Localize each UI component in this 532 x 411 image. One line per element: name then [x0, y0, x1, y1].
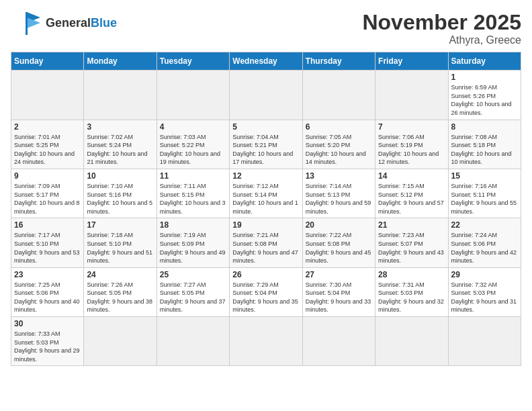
- logo-icon: [11, 11, 43, 36]
- col-sunday: Sunday: [11, 52, 84, 71]
- day-cell-12: 12Sunrise: 7:12 AMSunset: 5:14 PMDayligh…: [230, 169, 302, 218]
- day-cell-24: 24Sunrise: 7:26 AMSunset: 5:05 PMDayligh…: [84, 267, 157, 316]
- day-cell-5: 5Sunrise: 7:04 AMSunset: 5:21 PMDaylight…: [230, 120, 302, 169]
- calendar-title: November 2025: [362, 11, 521, 34]
- day-number: 11: [160, 171, 226, 181]
- col-friday: Friday: [375, 52, 448, 71]
- calendar-table: Sunday Monday Tuesday Wednesday Thursday…: [11, 52, 521, 366]
- day-cell-empty: [375, 71, 448, 120]
- day-number: 30: [14, 319, 81, 328]
- title-block: November 2025 Athyra, Greece: [362, 11, 521, 46]
- day-number: 28: [378, 270, 445, 279]
- day-number: 23: [14, 270, 81, 279]
- svg-rect-2: [26, 12, 28, 35]
- day-cell-13: 13Sunrise: 7:14 AMSunset: 5:13 PMDayligh…: [302, 169, 375, 218]
- day-cell-empty: [302, 317, 375, 366]
- col-monday: Monday: [84, 52, 157, 71]
- day-info: Sunrise: 7:19 AMSunset: 5:09 PMDaylight:…: [160, 231, 226, 265]
- day-number: 21: [378, 220, 445, 230]
- day-number: 24: [87, 270, 153, 279]
- calendar-header-row: Sunday Monday Tuesday Wednesday Thursday…: [11, 52, 521, 71]
- day-info: Sunrise: 7:25 AMSunset: 5:06 PMDaylight:…: [14, 281, 81, 314]
- week-row-6: 30Sunrise: 7:33 AMSunset: 5:03 PMDayligh…: [11, 317, 521, 366]
- page-header: GeneralBlue November 2025 Athyra, Greece: [11, 11, 521, 46]
- day-cell-29: 29Sunrise: 7:32 AMSunset: 5:03 PMDayligh…: [448, 267, 521, 316]
- day-number: 29: [451, 270, 518, 279]
- day-cell-9: 9Sunrise: 7:09 AMSunset: 5:17 PMDaylight…: [11, 169, 84, 218]
- day-info: Sunrise: 7:09 AMSunset: 5:17 PMDaylight:…: [14, 182, 81, 216]
- day-info: Sunrise: 7:29 AMSunset: 5:04 PMDaylight:…: [232, 281, 299, 314]
- day-cell-22: 22Sunrise: 7:24 AMSunset: 5:06 PMDayligh…: [448, 218, 521, 267]
- day-number: 13: [306, 171, 372, 181]
- day-cell-19: 19Sunrise: 7:21 AMSunset: 5:08 PMDayligh…: [230, 218, 302, 267]
- col-tuesday: Tuesday: [157, 52, 229, 71]
- day-cell-21: 21Sunrise: 7:23 AMSunset: 5:07 PMDayligh…: [375, 218, 448, 267]
- day-number: 8: [451, 122, 518, 132]
- day-number: 10: [87, 171, 153, 181]
- col-saturday: Saturday: [448, 52, 521, 71]
- day-cell-16: 16Sunrise: 7:17 AMSunset: 5:10 PMDayligh…: [11, 218, 84, 267]
- day-number: 4: [160, 122, 226, 132]
- day-cell-1: 1Sunrise: 6:59 AMSunset: 5:26 PMDaylight…: [448, 71, 521, 120]
- day-cell-27: 27Sunrise: 7:30 AMSunset: 5:04 PMDayligh…: [302, 267, 375, 316]
- week-row-4: 16Sunrise: 7:17 AMSunset: 5:10 PMDayligh…: [11, 218, 521, 267]
- day-cell-8: 8Sunrise: 7:08 AMSunset: 5:18 PMDaylight…: [448, 120, 521, 169]
- day-info: Sunrise: 7:11 AMSunset: 5:15 PMDaylight:…: [160, 182, 226, 216]
- day-info: Sunrise: 7:23 AMSunset: 5:07 PMDaylight:…: [378, 231, 445, 265]
- day-cell-empty: [375, 317, 448, 366]
- day-number: 25: [160, 270, 226, 279]
- day-info: Sunrise: 7:08 AMSunset: 5:18 PMDaylight:…: [451, 133, 518, 167]
- day-info: Sunrise: 7:27 AMSunset: 5:05 PMDaylight:…: [160, 281, 226, 314]
- day-info: Sunrise: 7:03 AMSunset: 5:22 PMDaylight:…: [160, 133, 226, 167]
- day-info: Sunrise: 7:32 AMSunset: 5:03 PMDaylight:…: [451, 281, 518, 314]
- day-info: Sunrise: 7:04 AMSunset: 5:21 PMDaylight:…: [232, 133, 299, 167]
- day-cell-26: 26Sunrise: 7:29 AMSunset: 5:04 PMDayligh…: [230, 267, 302, 316]
- day-info: Sunrise: 7:24 AMSunset: 5:06 PMDaylight:…: [451, 231, 518, 265]
- day-info: Sunrise: 7:17 AMSunset: 5:10 PMDaylight:…: [14, 231, 81, 265]
- day-number: 2: [14, 122, 81, 132]
- week-row-2: 2Sunrise: 7:01 AMSunset: 5:25 PMDaylight…: [11, 120, 521, 169]
- day-info: Sunrise: 7:14 AMSunset: 5:13 PMDaylight:…: [306, 182, 372, 216]
- day-info: Sunrise: 7:31 AMSunset: 5:03 PMDaylight:…: [378, 281, 445, 314]
- day-number: 27: [306, 270, 372, 279]
- day-cell-empty: [157, 71, 229, 120]
- day-cell-7: 7Sunrise: 7:06 AMSunset: 5:19 PMDaylight…: [375, 120, 448, 169]
- day-info: Sunrise: 7:30 AMSunset: 5:04 PMDaylight:…: [306, 281, 372, 314]
- day-cell-14: 14Sunrise: 7:15 AMSunset: 5:12 PMDayligh…: [375, 169, 448, 218]
- day-number: 18: [160, 220, 226, 230]
- day-cell-10: 10Sunrise: 7:10 AMSunset: 5:16 PMDayligh…: [84, 169, 157, 218]
- day-cell-empty: [302, 71, 375, 120]
- day-number: 26: [232, 270, 299, 279]
- calendar-subtitle: Athyra, Greece: [362, 34, 521, 46]
- day-cell-25: 25Sunrise: 7:27 AMSunset: 5:05 PMDayligh…: [157, 267, 229, 316]
- day-number: 12: [232, 171, 299, 181]
- day-cell-empty: [11, 71, 84, 120]
- day-info: Sunrise: 7:21 AMSunset: 5:08 PMDaylight:…: [232, 231, 299, 265]
- day-cell-28: 28Sunrise: 7:31 AMSunset: 5:03 PMDayligh…: [375, 267, 448, 316]
- day-number: 9: [14, 171, 81, 181]
- day-number: 14: [378, 171, 445, 181]
- day-info: Sunrise: 7:18 AMSunset: 5:10 PMDaylight:…: [87, 231, 153, 265]
- logo-text: GeneralBlue: [46, 17, 117, 30]
- day-number: 6: [306, 122, 372, 132]
- day-number: 1: [451, 73, 518, 82]
- day-number: 20: [306, 220, 372, 230]
- day-cell-11: 11Sunrise: 7:11 AMSunset: 5:15 PMDayligh…: [157, 169, 229, 218]
- day-number: 15: [451, 171, 518, 181]
- day-info: Sunrise: 7:26 AMSunset: 5:05 PMDaylight:…: [87, 281, 153, 314]
- day-cell-empty: [448, 317, 521, 366]
- day-info: Sunrise: 7:15 AMSunset: 5:12 PMDaylight:…: [378, 182, 445, 216]
- logo: GeneralBlue: [11, 11, 117, 36]
- day-info: Sunrise: 7:05 AMSunset: 5:20 PMDaylight:…: [306, 133, 372, 167]
- day-info: Sunrise: 7:16 AMSunset: 5:11 PMDaylight:…: [451, 182, 518, 216]
- day-number: 3: [87, 122, 153, 132]
- day-cell-6: 6Sunrise: 7:05 AMSunset: 5:20 PMDaylight…: [302, 120, 375, 169]
- day-number: 17: [87, 220, 153, 230]
- day-cell-3: 3Sunrise: 7:02 AMSunset: 5:24 PMDaylight…: [84, 120, 157, 169]
- day-number: 19: [232, 220, 299, 230]
- col-thursday: Thursday: [302, 52, 375, 71]
- day-info: Sunrise: 7:12 AMSunset: 5:14 PMDaylight:…: [232, 182, 299, 216]
- day-cell-23: 23Sunrise: 7:25 AMSunset: 5:06 PMDayligh…: [11, 267, 84, 316]
- day-info: Sunrise: 7:33 AMSunset: 5:03 PMDaylight:…: [14, 330, 81, 363]
- day-cell-20: 20Sunrise: 7:22 AMSunset: 5:08 PMDayligh…: [302, 218, 375, 267]
